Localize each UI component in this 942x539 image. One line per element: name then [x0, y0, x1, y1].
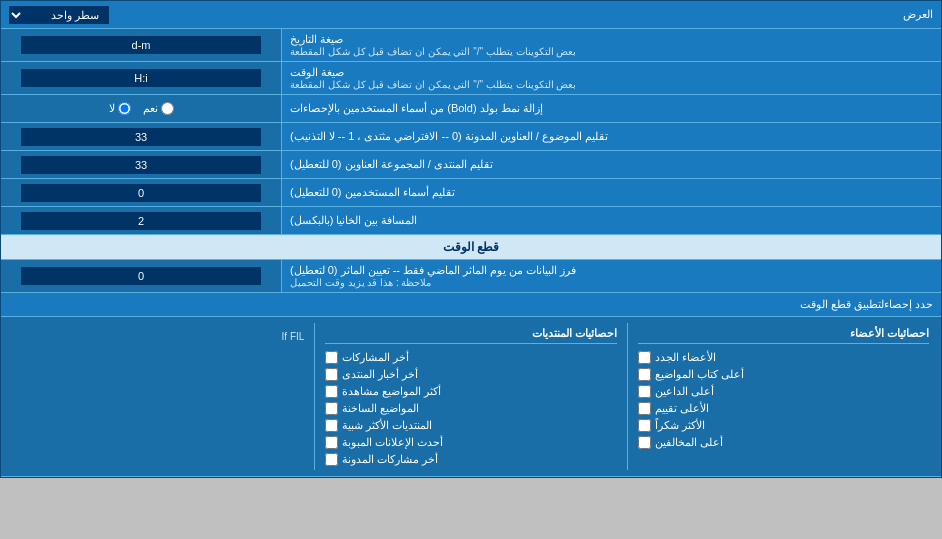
most-viewed-label: أكثر المواضيع مشاهدة	[342, 385, 441, 398]
checkbox-top-writers: أعلى كتاب المواضيع	[638, 368, 929, 381]
checkbox-hot-topics: المواضيع الساخنة	[325, 402, 616, 415]
top-violators-checkbox[interactable]	[638, 436, 651, 449]
latest-classifieds-label: أحدث الإعلانات المبوبة	[342, 436, 443, 449]
topics-limit-row: تقليم الموضوع / العناوين المدونة (0 -- ا…	[1, 123, 941, 151]
usernames-limit-input-container	[1, 179, 281, 206]
most-thanked-checkbox[interactable]	[638, 419, 651, 432]
checkbox-last-posts: أخر المشاركات	[325, 351, 616, 364]
topics-limit-input[interactable]	[21, 128, 261, 146]
forum-limit-input-container	[1, 151, 281, 178]
time-format-input-container	[1, 62, 281, 94]
last-posts-label: أخر المشاركات	[342, 351, 409, 364]
radio-no[interactable]	[118, 102, 131, 115]
topics-limit-input-container	[1, 123, 281, 150]
usernames-limit-input[interactable]	[21, 184, 261, 202]
date-format-label: صيغة التاريخ بعض التكوينات يتطلب "/" الت…	[281, 29, 941, 61]
time-format-label: صيغة الوقت بعض التكوينات يتطلب "/" التي …	[281, 62, 941, 94]
checkbox-latest-classifieds: أحدث الإعلانات المبوبة	[325, 436, 616, 449]
remove-bold-label: إزالة نمط بولد (Bold) من أسماء المستخدمي…	[281, 95, 941, 122]
similar-forums-checkbox[interactable]	[325, 419, 338, 432]
gap-row: المسافة بين الخانيا (بالبكسل)	[1, 207, 941, 235]
gap-input[interactable]	[21, 212, 261, 230]
checkbox-col-forums: احصائيات المنتديات أخر المشاركات أخر أخب…	[319, 323, 622, 470]
main-container: العرض سطر واحد سطرين ثلاثة أسطر صيغة الت…	[0, 0, 942, 478]
cutoff-input[interactable]	[21, 267, 261, 285]
if-fil-text: If FIL	[13, 327, 304, 342]
col-divider-2	[314, 323, 315, 470]
new-members-checkbox[interactable]	[638, 351, 651, 364]
time-format-row: صيغة الوقت بعض التكوينات يتطلب "/" التي …	[1, 62, 941, 95]
col1-header: احصائيات الأعضاء	[638, 327, 929, 344]
most-viewed-checkbox[interactable]	[325, 385, 338, 398]
time-format-input[interactable]	[21, 69, 261, 87]
top-rated-label: الأعلى تقييم	[655, 402, 709, 415]
top-rated-checkbox[interactable]	[638, 402, 651, 415]
top-writers-label: أعلى كتاب المواضيع	[655, 368, 744, 381]
checkbox-top-rated: الأعلى تقييم	[638, 402, 929, 415]
checkbox-similar-forums: المنتديات الأكثر شبية	[325, 419, 616, 432]
radio-yes-label[interactable]: نعم	[143, 102, 174, 115]
hot-topics-checkbox[interactable]	[325, 402, 338, 415]
col-divider-1	[627, 323, 628, 470]
hot-topics-label: المواضيع الساخنة	[342, 402, 419, 415]
top-inviters-label: أعلى الداعين	[655, 385, 714, 398]
date-format-row: صيغة التاريخ بعض التكوينات يتطلب "/" الت…	[1, 29, 941, 62]
limit-row: حدد إحصاءلتطبيق قطع الوقت	[1, 293, 941, 317]
checkbox-top-violators: أعلى المخالفين	[638, 436, 929, 449]
remove-bold-row: إزالة نمط بولد (Bold) من أسماء المستخدمي…	[1, 95, 941, 123]
checkbox-col-extra: If FIL	[7, 323, 310, 470]
similar-forums-label: المنتديات الأكثر شبية	[342, 419, 432, 432]
checkbox-blog-posts: أخر مشاركات المدونة	[325, 453, 616, 466]
cutoff-label: فرز البيانات من يوم الماثر الماضي فقط --…	[281, 260, 941, 292]
date-format-input[interactable]	[21, 36, 261, 54]
top-label: العرض	[109, 8, 933, 21]
blog-posts-label: أخر مشاركات المدونة	[342, 453, 438, 466]
latest-classifieds-checkbox[interactable]	[325, 436, 338, 449]
checkbox-new-members: الأعضاء الجدد	[638, 351, 929, 364]
date-format-input-container	[1, 29, 281, 61]
gap-input-container	[1, 207, 281, 234]
radio-yes[interactable]	[161, 102, 174, 115]
forum-limit-input[interactable]	[21, 156, 261, 174]
last-posts-checkbox[interactable]	[325, 351, 338, 364]
checkbox-top-inviters: أعلى الداعين	[638, 385, 929, 398]
limit-label: حدد إحصاءلتطبيق قطع الوقت	[9, 298, 933, 311]
radio-no-label[interactable]: لا	[109, 102, 131, 115]
forum-limit-label: تقليم المنتدى / المجموعة العناوين (0 للت…	[281, 151, 941, 178]
checkbox-col-members: احصائيات الأعضاء الأعضاء الجدد أعلى كتاب…	[632, 323, 935, 470]
checkboxes-row: احصائيات الأعضاء الأعضاء الجدد أعلى كتاب…	[7, 323, 935, 470]
section-header: قطع الوقت	[1, 235, 941, 260]
usernames-limit-label: تقليم أسماء المستخدمين (0 للتعطيل)	[281, 179, 941, 206]
checkbox-most-viewed: أكثر المواضيع مشاهدة	[325, 385, 616, 398]
gap-label: المسافة بين الخانيا (بالبكسل)	[281, 207, 941, 234]
forum-news-checkbox[interactable]	[325, 368, 338, 381]
remove-bold-radio-group: نعم لا	[109, 102, 174, 115]
cutoff-input-container	[1, 260, 281, 292]
new-members-label: الأعضاء الجدد	[655, 351, 716, 364]
cutoff-row: فرز البيانات من يوم الماثر الماضي فقط --…	[1, 260, 941, 293]
remove-bold-input-container: نعم لا	[1, 95, 281, 122]
top-inviters-checkbox[interactable]	[638, 385, 651, 398]
checkboxes-section: احصائيات الأعضاء الأعضاء الجدد أعلى كتاب…	[1, 317, 941, 477]
forum-news-label: أخر أخبار المنتدى	[342, 368, 418, 381]
col2-header: احصائيات المنتديات	[325, 327, 616, 344]
usernames-limit-row: تقليم أسماء المستخدمين (0 للتعطيل)	[1, 179, 941, 207]
blog-posts-checkbox[interactable]	[325, 453, 338, 466]
top-row: العرض سطر واحد سطرين ثلاثة أسطر	[1, 1, 941, 29]
top-violators-label: أعلى المخالفين	[655, 436, 723, 449]
forum-limit-row: تقليم المنتدى / المجموعة العناوين (0 للت…	[1, 151, 941, 179]
display-select[interactable]: سطر واحد سطرين ثلاثة أسطر	[9, 6, 109, 24]
checkbox-forum-news: أخر أخبار المنتدى	[325, 368, 616, 381]
top-writers-checkbox[interactable]	[638, 368, 651, 381]
checkbox-most-thanked: الأكثر شكراً	[638, 419, 929, 432]
topics-limit-label: تقليم الموضوع / العناوين المدونة (0 -- ا…	[281, 123, 941, 150]
most-thanked-label: الأكثر شكراً	[655, 419, 705, 432]
